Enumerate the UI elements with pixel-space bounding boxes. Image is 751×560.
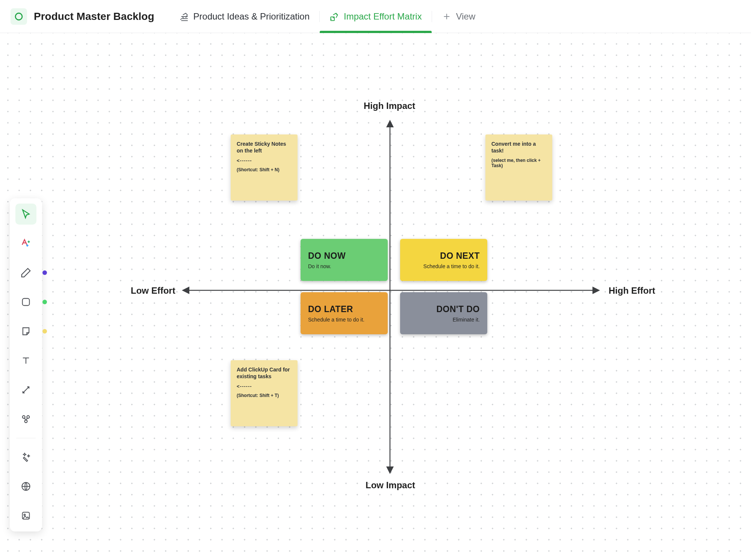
svg-point-10 <box>25 420 27 423</box>
ai-tool[interactable] <box>15 233 36 254</box>
tab-add-view[interactable]: View <box>432 0 485 33</box>
pin-whiteboard-icon <box>329 12 339 21</box>
quadrant-subtitle: Eliminate it. <box>453 317 480 323</box>
quadrant-title: DON'T DO <box>436 304 480 314</box>
note-arrow: <------ <box>237 383 292 389</box>
topbar: Product Master Backlog Product Ideas & P… <box>0 0 751 33</box>
axis-label-left: Low Effort <box>131 285 175 296</box>
quadrant-dont-do[interactable]: DON'T DO Eliminate it. <box>400 292 487 334</box>
note-sub: (select me, then click + Task) <box>491 158 546 168</box>
note-title: Create Sticky Notes on the left <box>237 140 292 154</box>
app-icon <box>11 8 27 25</box>
whiteboard-canvas[interactable]: High Impact Low Impact Low Effort High E… <box>0 33 751 560</box>
axis-label-top: High Impact <box>364 101 415 111</box>
widgets-tool[interactable] <box>15 409 36 430</box>
quadrant-do-next[interactable]: DO NEXT Schedule a time to do it. <box>400 239 487 281</box>
app-title: Product Master Backlog <box>34 11 154 23</box>
tab-label: Impact Effort Matrix <box>344 11 422 22</box>
axis-label-right: High Effort <box>609 285 655 296</box>
sticky-note-add-card[interactable]: Add ClickUp Card for existing tasks <---… <box>231 360 298 426</box>
select-tool[interactable] <box>15 204 36 225</box>
quadrant-subtitle: Schedule a time to do it. <box>308 317 380 323</box>
sticky-note-convert[interactable]: Convert me into a task! (select me, then… <box>485 134 552 201</box>
tab-label: View <box>456 11 476 22</box>
magic-tool[interactable] <box>15 447 36 468</box>
pin-list-icon <box>179 12 189 21</box>
pen-tool[interactable] <box>15 262 36 283</box>
note-hint: (Shortcut: Shift + N) <box>237 167 292 172</box>
tool-palette <box>10 198 42 531</box>
sticky-note-tool[interactable] <box>15 321 36 342</box>
svg-rect-7 <box>23 299 30 306</box>
quadrant-subtitle: Schedule a time to do it. <box>423 263 480 269</box>
svg-point-13 <box>24 514 26 516</box>
svg-point-0 <box>15 13 22 20</box>
shape-tool[interactable] <box>15 291 36 312</box>
plus-icon <box>442 12 452 21</box>
tab-impact-effort-matrix[interactable]: Impact Effort Matrix <box>320 0 432 33</box>
sticky-note-create[interactable]: Create Sticky Notes on the left <------ … <box>231 134 298 201</box>
note-hint: (Shortcut: Shift + T) <box>237 393 292 398</box>
note-color-dot <box>42 329 47 334</box>
shape-color-dot <box>42 300 47 304</box>
pen-color-dot <box>42 270 47 275</box>
note-arrow: <------ <box>237 158 292 163</box>
quadrant-subtitle: Do it now. <box>308 263 380 269</box>
connector-tool[interactable] <box>15 379 36 400</box>
tab-label: Product Ideas & Prioritization <box>193 11 310 22</box>
palette-separator <box>16 438 36 438</box>
quadrant-title: DO LATER <box>308 304 380 314</box>
text-tool[interactable] <box>15 350 36 371</box>
quadrant-do-now[interactable]: DO NOW Do it now. <box>301 239 388 281</box>
quadrant-title: DO NEXT <box>440 251 480 261</box>
tab-product-ideas[interactable]: Product Ideas & Prioritization <box>169 0 319 33</box>
quadrant-title: DO NOW <box>308 251 380 261</box>
axis-label-bottom: Low Impact <box>366 480 415 491</box>
quadrant-do-later[interactable]: DO LATER Schedule a time to do it. <box>301 292 388 334</box>
canvas-area: High Impact Low Impact Low Effort High E… <box>0 33 751 560</box>
web-tool[interactable] <box>15 476 36 497</box>
note-title: Convert me into a task! <box>491 140 546 154</box>
note-title: Add ClickUp Card for existing tasks <box>237 366 292 380</box>
image-tool[interactable] <box>15 505 36 526</box>
